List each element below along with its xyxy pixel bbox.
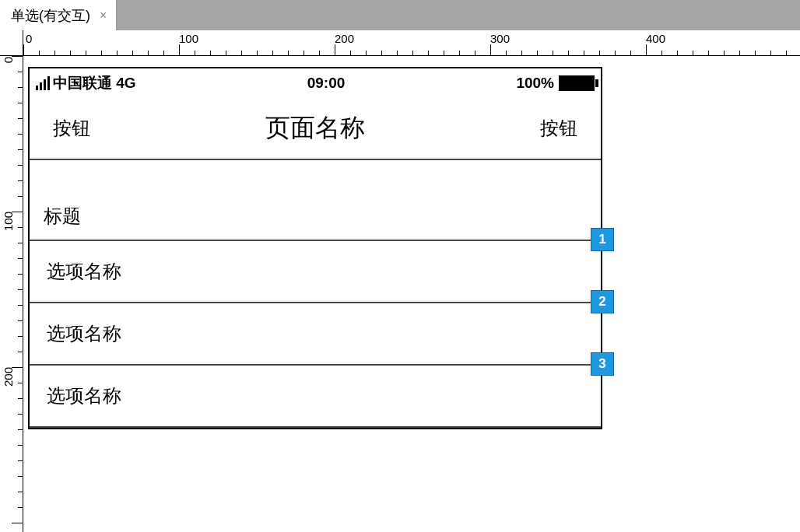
carrier-label: 中国联通 4G [53, 73, 136, 93]
section-header: 标题 [30, 160, 601, 241]
footnote-marker[interactable]: 3 [591, 352, 614, 376]
document-tab[interactable]: 单选(有交互) × [0, 0, 117, 30]
tab-bar: 单选(有交互) × [0, 0, 800, 30]
ruler-vertical: 0100200 [0, 56, 23, 532]
ruler-label: 100 [2, 212, 15, 231]
ruler-label: 0 [26, 32, 32, 45]
ruler-horizontal: 0100200300400 [23, 30, 800, 56]
tab-label: 单选(有交互) [11, 6, 90, 25]
signal-icon [36, 76, 50, 90]
ruler-corner [0, 30, 23, 56]
design-canvas[interactable]: 中国联通 4G 09:00 100% 按钮 页面名称 按钮 标题 选项名称1选项… [23, 56, 800, 532]
option-label: 选项名称 [47, 321, 121, 346]
option-label: 选项名称 [47, 383, 121, 408]
section-title: 标题 [44, 204, 81, 229]
option-row[interactable]: 选项名称1 [30, 241, 601, 303]
phone-mockup[interactable]: 中国联通 4G 09:00 100% 按钮 页面名称 按钮 标题 选项名称1选项… [28, 67, 602, 429]
option-row[interactable]: 选项名称2 [30, 303, 601, 366]
close-icon[interactable]: × [98, 9, 108, 23]
ruler-label: 300 [490, 32, 510, 45]
option-row[interactable]: 选项名称3 [30, 366, 601, 428]
ruler-label: 400 [646, 32, 665, 45]
footnote-marker[interactable]: 1 [591, 228, 614, 251]
option-label: 选项名称 [47, 259, 121, 284]
battery-percent: 100% [516, 75, 554, 92]
status-bar: 中国联通 4G 09:00 100% [30, 68, 601, 98]
status-time: 09:00 [307, 75, 346, 92]
ruler-label: 100 [179, 32, 198, 45]
footnote-marker[interactable]: 2 [591, 290, 614, 313]
nav-left-button[interactable]: 按钮 [53, 116, 90, 141]
page-title: 页面名称 [265, 111, 365, 145]
nav-bar: 按钮 页面名称 按钮 [30, 98, 601, 160]
ruler-label: 200 [2, 367, 15, 387]
nav-right-button[interactable]: 按钮 [540, 116, 577, 141]
ruler-label: 200 [335, 32, 354, 45]
battery-icon [559, 75, 595, 91]
ruler-label: 0 [2, 57, 15, 63]
